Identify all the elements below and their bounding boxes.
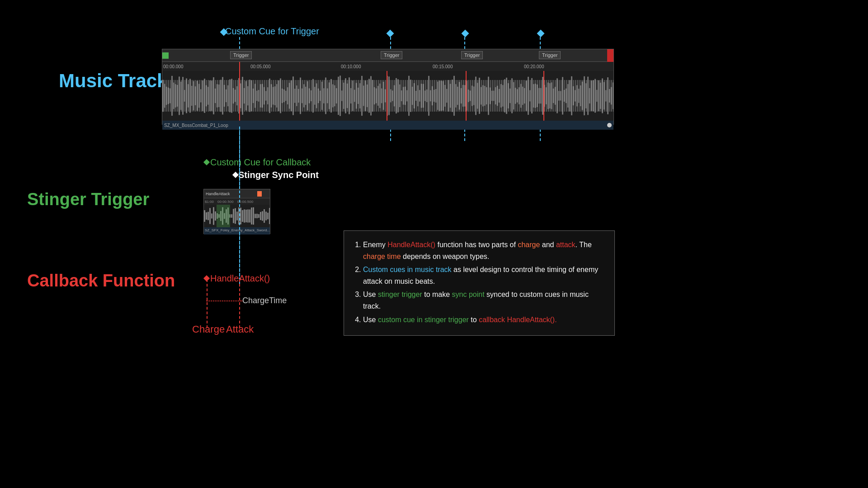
svg-rect-120 (376, 89, 377, 103)
svg-rect-74 (292, 76, 294, 115)
music-track-label: Music Track (59, 70, 167, 92)
svg-rect-186 (495, 87, 496, 104)
svg-rect-78 (300, 78, 301, 114)
trigger-label-3: Trigger (461, 51, 483, 59)
stinger-time-0: $1:00 (205, 200, 214, 204)
svg-rect-175 (475, 77, 476, 115)
svg-rect-90 (321, 82, 323, 110)
svg-rect-159 (446, 89, 448, 103)
svg-rect-255 (209, 208, 211, 224)
svg-rect-113 (363, 85, 364, 106)
svg-rect-288 (269, 208, 270, 224)
svg-rect-82 (307, 81, 308, 110)
svg-rect-28 (209, 80, 211, 111)
svg-rect-233 (580, 85, 581, 106)
svg-rect-117 (370, 76, 372, 115)
svg-rect-168 (462, 85, 464, 107)
svg-rect-135 (403, 87, 404, 104)
svg-rect-31 (215, 89, 216, 103)
svg-rect-15 (186, 78, 187, 113)
svg-rect-206 (531, 78, 533, 113)
svg-rect-134 (401, 90, 402, 101)
svg-rect-23 (200, 89, 202, 102)
svg-rect-79 (302, 89, 303, 103)
svg-rect-129 (392, 90, 393, 101)
svg-rect-221 (558, 91, 560, 100)
svg-rect-174 (473, 86, 475, 105)
svg-rect-248 (607, 77, 609, 114)
hl-custom-cues: Custom cues in music track (363, 266, 452, 273)
svg-rect-143 (417, 85, 419, 107)
svg-rect-270 (236, 211, 238, 220)
waveform-svg: // Generate waveform bars var svgEl = do… (162, 71, 613, 121)
svg-rect-199 (519, 87, 520, 104)
svg-rect-131 (396, 78, 397, 113)
svg-rect-161 (450, 84, 451, 108)
svg-rect-55 (258, 90, 259, 102)
svg-rect-5 (168, 88, 169, 104)
svg-rect-49 (247, 86, 249, 106)
stinger-ruler: $1:00 00:00.500 00:00.500 (204, 198, 270, 205)
svg-rect-207 (533, 84, 534, 108)
svg-rect-275 (245, 210, 247, 222)
svg-rect-42 (235, 89, 236, 102)
svg-rect-21 (197, 81, 198, 111)
dashed-line-callback (239, 127, 240, 285)
callback-function-label: Callback Function (27, 271, 175, 291)
svg-rect-47 (244, 88, 245, 103)
svg-rect-128 (390, 89, 392, 103)
svg-rect-234 (582, 82, 583, 110)
svg-rect-279 (253, 207, 254, 225)
svg-rect-231 (576, 85, 578, 107)
svg-rect-144 (419, 90, 420, 102)
svg-rect-232 (578, 89, 580, 103)
svg-rect-71 (287, 87, 288, 104)
red-dashed-attack (239, 279, 240, 328)
svg-rect-210 (538, 88, 540, 104)
svg-rect-246 (604, 82, 605, 110)
stinger-trigger-label: Stinger Trigger (27, 190, 149, 209)
svg-rect-118 (372, 80, 373, 112)
svg-rect-146 (423, 84, 424, 108)
svg-rect-60 (267, 87, 269, 104)
info-item-1: Enemy HandleAttack() function has two pa… (363, 239, 604, 262)
svg-rect-34 (220, 80, 222, 112)
hl-charge: charge (518, 241, 540, 249)
svg-rect-166 (459, 82, 460, 109)
svg-rect-44 (238, 78, 240, 113)
svg-rect-151 (432, 86, 433, 105)
svg-rect-63 (273, 87, 274, 104)
svg-rect-107 (352, 80, 354, 111)
svg-rect-124 (383, 82, 384, 110)
svg-rect-155 (439, 81, 440, 111)
svg-rect-11 (179, 76, 180, 115)
waveform-area: // Generate waveform bars var svgEl = do… (162, 71, 613, 121)
svg-rect-157 (443, 81, 444, 110)
svg-rect-112 (361, 76, 363, 116)
svg-rect-3 (164, 84, 165, 108)
svg-rect-7 (171, 76, 173, 116)
stinger-track-header: HandleAttack (204, 189, 270, 198)
svg-rect-153 (435, 89, 437, 103)
svg-rect-219 (555, 87, 556, 105)
svg-rect-25 (204, 79, 205, 113)
svg-rect-258 (215, 211, 216, 221)
svg-rect-127 (388, 76, 390, 115)
svg-rect-245 (602, 78, 603, 113)
svg-rect-183 (490, 88, 491, 104)
svg-rect-192 (506, 78, 507, 114)
svg-rect-200 (520, 84, 522, 108)
svg-rect-130 (394, 85, 395, 107)
svg-rect-272 (240, 208, 241, 225)
stinger-header-label: HandleAttack (206, 192, 230, 196)
attack-label: Attack (226, 324, 254, 335)
diamond-marker-3 (537, 30, 545, 38)
svg-rect-177 (479, 78, 480, 114)
svg-rect-94 (329, 82, 330, 109)
playhead (239, 62, 240, 71)
svg-rect-20 (195, 86, 196, 105)
ruler-time-2: 00:10.000 (341, 64, 361, 69)
svg-rect-65 (276, 84, 278, 108)
trigger-label-4: Trigger (539, 51, 561, 59)
svg-rect-227 (569, 80, 571, 111)
